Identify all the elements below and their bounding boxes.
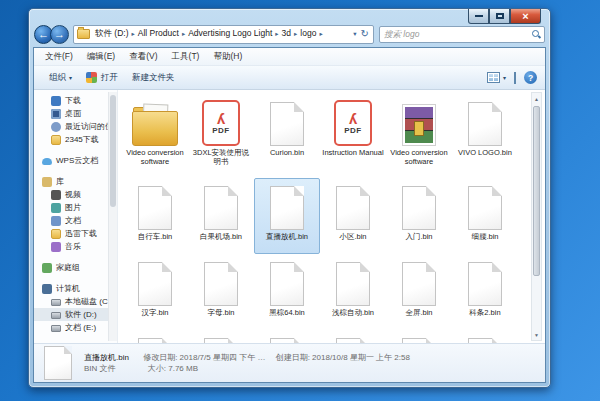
- refresh-icon[interactable]: ↻: [361, 29, 369, 39]
- breadcrumb-arrow-icon[interactable]: ▸: [131, 30, 136, 37]
- menu-item-2[interactable]: 查看(V): [122, 51, 164, 63]
- blank-file-icon: [270, 338, 304, 343]
- sidebar-item-label: WPS云文档: [56, 155, 98, 166]
- doc-file-icon: [270, 98, 304, 146]
- forward-button[interactable]: →: [50, 25, 69, 44]
- address-bar[interactable]: 软件 (D:)▸All Product▸Advertising Logo Lig…: [73, 25, 374, 44]
- file-tile-20[interactable]: [254, 330, 320, 343]
- file-tile-10[interactable]: 入门.bin: [386, 178, 452, 254]
- file-tile-6[interactable]: 自行车.bin: [122, 178, 188, 254]
- maximize-button[interactable]: [489, 9, 510, 24]
- sidebar-scrollbar-thumb[interactable]: [110, 95, 116, 207]
- pdf-file-icon: λPDF: [202, 98, 240, 146]
- file-tile-7[interactable]: 白果机场.bin: [188, 178, 254, 254]
- file-tile-22[interactable]: [386, 330, 452, 343]
- file-label: 黑棕64.bin: [269, 309, 304, 318]
- sidebar-item-15[interactable]: 文档 (E:): [34, 321, 117, 334]
- archive-books-graphic: [405, 107, 433, 143]
- file-tile-3[interactable]: λPDFInstruction Manual: [320, 94, 386, 178]
- sidebar-item-7[interactable]: 图片: [34, 201, 117, 214]
- change-view-button[interactable]: ▾: [487, 72, 506, 83]
- file-tile-16[interactable]: 全屏.bin: [386, 254, 452, 330]
- file-tile-21[interactable]: [320, 330, 386, 343]
- close-icon: ×: [522, 10, 528, 22]
- file-label: 浅棕自动.bin: [332, 309, 374, 318]
- libraries-icon: [42, 177, 52, 187]
- homegroup-icon: [42, 263, 52, 273]
- menu-item-3[interactable]: 工具(T): [165, 51, 207, 63]
- title-bar[interactable]: × ← → 软件 (D:)▸All Product▸Advertising Lo…: [29, 9, 550, 47]
- address-segment-1[interactable]: All Product: [136, 28, 181, 38]
- close-button[interactable]: ×: [510, 9, 541, 24]
- forward-icon: →: [54, 29, 65, 40]
- file-tile-1[interactable]: λPDF3DXL安装使用说明书: [188, 94, 254, 178]
- sidebar-item-10[interactable]: 音乐: [34, 240, 117, 253]
- open-button[interactable]: 打开: [79, 69, 125, 86]
- doc-file-icon: [336, 258, 370, 306]
- blank-file-icon: [204, 338, 238, 343]
- content-scrollbar[interactable]: ▲ ▼: [531, 92, 542, 341]
- file-tile-13[interactable]: 字母.bin: [188, 254, 254, 330]
- menu-item-4[interactable]: 帮助(H): [206, 51, 249, 63]
- breadcrumb-arrow-icon[interactable]: ▸: [318, 30, 323, 37]
- file-tile-2[interactable]: Curion.bin: [254, 94, 320, 178]
- menu-item-1[interactable]: 编辑(E): [80, 51, 122, 63]
- file-tile-23[interactable]: [452, 330, 518, 343]
- minimize-button[interactable]: [468, 9, 489, 24]
- file-tile-0[interactable]: Video conversion software: [122, 94, 188, 178]
- cloud-icon: [42, 158, 52, 165]
- sidebar-item-9[interactable]: 迅雷下载: [34, 227, 117, 240]
- file-tile-4[interactable]: Video conversion software: [386, 94, 452, 178]
- videos-icon: [51, 190, 61, 200]
- file-tile-5[interactable]: VIVO LOGO.bin: [452, 94, 518, 178]
- file-tile-19[interactable]: [188, 330, 254, 343]
- sidebar-item-12[interactable]: 计算机: [34, 282, 117, 295]
- sidebar-scrollbar[interactable]: [108, 92, 117, 341]
- sidebar-item-2[interactable]: 最近访问的位置: [34, 120, 117, 133]
- doc-file-icon: [336, 334, 370, 343]
- doc-file-icon: [270, 182, 304, 230]
- sidebar-item-label: 迅雷下载: [65, 228, 97, 239]
- sidebar-item-14[interactable]: 软件 (D:): [34, 308, 117, 321]
- sidebar-item-3[interactable]: 2345下载: [34, 133, 117, 146]
- search-input[interactable]: [384, 29, 532, 39]
- sidebar-item-1[interactable]: 桌面: [34, 107, 117, 120]
- address-segment-2[interactable]: Advertising Logo Light: [186, 28, 274, 38]
- sidebar-item-0[interactable]: 下载: [34, 94, 117, 107]
- sidebar-item-5[interactable]: 库: [34, 175, 117, 188]
- file-tile-11[interactable]: 细腰.bin: [452, 178, 518, 254]
- file-tile-9[interactable]: 小区.bin: [320, 178, 386, 254]
- file-tile-12[interactable]: 汉字.bin: [122, 254, 188, 330]
- sidebar-item-8[interactable]: 文档: [34, 214, 117, 227]
- content-scrollbar-thumb[interactable]: [533, 106, 540, 276]
- sidebar-item-4[interactable]: WPS云文档: [34, 154, 117, 167]
- breadcrumb-arrow-icon[interactable]: ▸: [274, 30, 279, 37]
- help-button[interactable]: ?: [524, 71, 537, 84]
- scroll-down-icon[interactable]: ▼: [532, 329, 541, 340]
- folder-icon: [132, 104, 178, 146]
- sidebar-item-6[interactable]: 视频: [34, 188, 117, 201]
- address-segment-0[interactable]: 软件 (D:): [93, 28, 131, 38]
- address-dropdown-icon[interactable]: ▾: [353, 30, 356, 38]
- file-tile-18[interactable]: [122, 330, 188, 343]
- file-tile-14[interactable]: 黑棕64.bin: [254, 254, 320, 330]
- sidebar-item-13[interactable]: 本地磁盘 (C:): [34, 295, 117, 308]
- scroll-up-icon[interactable]: ▲: [532, 93, 541, 104]
- sidebar-item-11[interactable]: 家庭组: [34, 261, 117, 274]
- menu-item-0[interactable]: 文件(F): [38, 51, 80, 63]
- doc-file-icon: [468, 258, 502, 306]
- sidebar-item-label: 软件 (D:): [65, 309, 97, 320]
- address-segment-4[interactable]: logo: [298, 28, 318, 38]
- folder-icon: [51, 135, 61, 145]
- search-icon[interactable]: [532, 30, 540, 38]
- organize-button[interactable]: 组织 ▾: [42, 69, 79, 86]
- pdf-file-icon: λPDF: [334, 100, 372, 146]
- organize-label: 组织: [49, 72, 66, 84]
- file-tile-15[interactable]: 浅棕自动.bin: [320, 254, 386, 330]
- file-tile-8[interactable]: 直播放机.bin: [254, 178, 320, 254]
- new-folder-button[interactable]: 新建文件夹: [125, 69, 182, 86]
- file-tile-17[interactable]: 科条2.bin: [452, 254, 518, 330]
- archive-file-icon: [402, 104, 436, 146]
- address-segment-3[interactable]: 3d: [280, 28, 293, 38]
- preview-pane-button[interactable]: [514, 73, 516, 83]
